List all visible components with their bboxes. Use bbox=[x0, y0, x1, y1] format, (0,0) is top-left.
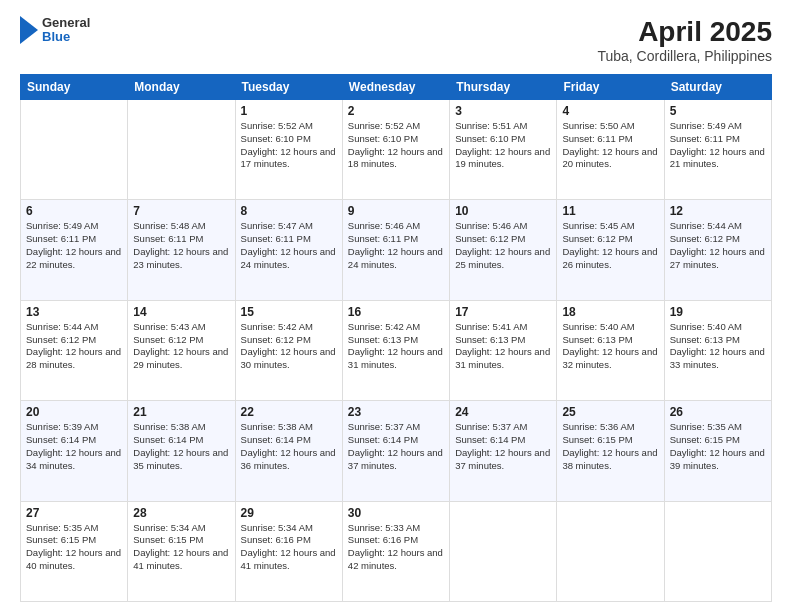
col-header-thursday: Thursday bbox=[450, 75, 557, 100]
day-number: 16 bbox=[348, 305, 444, 319]
header-row: SundayMondayTuesdayWednesdayThursdayFrid… bbox=[21, 75, 772, 100]
logo-icon bbox=[20, 16, 38, 44]
day-cell: 28Sunrise: 5:34 AMSunset: 6:15 PMDayligh… bbox=[128, 501, 235, 601]
cell-info: Sunrise: 5:45 AMSunset: 6:12 PMDaylight:… bbox=[562, 220, 658, 271]
week-row-1: 1Sunrise: 5:52 AMSunset: 6:10 PMDaylight… bbox=[21, 100, 772, 200]
day-cell: 15Sunrise: 5:42 AMSunset: 6:12 PMDayligh… bbox=[235, 300, 342, 400]
day-number: 10 bbox=[455, 204, 551, 218]
day-cell: 30Sunrise: 5:33 AMSunset: 6:16 PMDayligh… bbox=[342, 501, 449, 601]
cell-info: Sunrise: 5:46 AMSunset: 6:11 PMDaylight:… bbox=[348, 220, 444, 271]
day-number: 17 bbox=[455, 305, 551, 319]
cell-info: Sunrise: 5:47 AMSunset: 6:11 PMDaylight:… bbox=[241, 220, 337, 271]
day-number: 19 bbox=[670, 305, 766, 319]
cell-info: Sunrise: 5:44 AMSunset: 6:12 PMDaylight:… bbox=[26, 321, 122, 372]
day-cell: 17Sunrise: 5:41 AMSunset: 6:13 PMDayligh… bbox=[450, 300, 557, 400]
logo: General Blue bbox=[20, 16, 90, 45]
cell-info: Sunrise: 5:35 AMSunset: 6:15 PMDaylight:… bbox=[670, 421, 766, 472]
day-cell bbox=[21, 100, 128, 200]
calendar-table: SundayMondayTuesdayWednesdayThursdayFrid… bbox=[20, 74, 772, 602]
cell-info: Sunrise: 5:33 AMSunset: 6:16 PMDaylight:… bbox=[348, 522, 444, 573]
cell-info: Sunrise: 5:42 AMSunset: 6:12 PMDaylight:… bbox=[241, 321, 337, 372]
day-cell: 20Sunrise: 5:39 AMSunset: 6:14 PMDayligh… bbox=[21, 401, 128, 501]
day-number: 6 bbox=[26, 204, 122, 218]
day-number: 20 bbox=[26, 405, 122, 419]
col-header-tuesday: Tuesday bbox=[235, 75, 342, 100]
day-cell: 10Sunrise: 5:46 AMSunset: 6:12 PMDayligh… bbox=[450, 200, 557, 300]
day-number: 26 bbox=[670, 405, 766, 419]
day-cell: 29Sunrise: 5:34 AMSunset: 6:16 PMDayligh… bbox=[235, 501, 342, 601]
day-number: 25 bbox=[562, 405, 658, 419]
day-cell: 18Sunrise: 5:40 AMSunset: 6:13 PMDayligh… bbox=[557, 300, 664, 400]
cell-info: Sunrise: 5:40 AMSunset: 6:13 PMDaylight:… bbox=[562, 321, 658, 372]
day-cell: 14Sunrise: 5:43 AMSunset: 6:12 PMDayligh… bbox=[128, 300, 235, 400]
cell-info: Sunrise: 5:46 AMSunset: 6:12 PMDaylight:… bbox=[455, 220, 551, 271]
cell-info: Sunrise: 5:41 AMSunset: 6:13 PMDaylight:… bbox=[455, 321, 551, 372]
day-number: 15 bbox=[241, 305, 337, 319]
day-number: 12 bbox=[670, 204, 766, 218]
day-cell: 19Sunrise: 5:40 AMSunset: 6:13 PMDayligh… bbox=[664, 300, 771, 400]
page: General Blue April 2025 Tuba, Cordillera… bbox=[0, 0, 792, 612]
cell-info: Sunrise: 5:52 AMSunset: 6:10 PMDaylight:… bbox=[241, 120, 337, 171]
day-number: 11 bbox=[562, 204, 658, 218]
day-cell: 4Sunrise: 5:50 AMSunset: 6:11 PMDaylight… bbox=[557, 100, 664, 200]
day-cell bbox=[450, 501, 557, 601]
day-number: 27 bbox=[26, 506, 122, 520]
day-cell: 21Sunrise: 5:38 AMSunset: 6:14 PMDayligh… bbox=[128, 401, 235, 501]
day-cell: 16Sunrise: 5:42 AMSunset: 6:13 PMDayligh… bbox=[342, 300, 449, 400]
cell-info: Sunrise: 5:38 AMSunset: 6:14 PMDaylight:… bbox=[241, 421, 337, 472]
col-header-wednesday: Wednesday bbox=[342, 75, 449, 100]
day-cell: 5Sunrise: 5:49 AMSunset: 6:11 PMDaylight… bbox=[664, 100, 771, 200]
day-number: 4 bbox=[562, 104, 658, 118]
day-cell: 2Sunrise: 5:52 AMSunset: 6:10 PMDaylight… bbox=[342, 100, 449, 200]
week-row-4: 20Sunrise: 5:39 AMSunset: 6:14 PMDayligh… bbox=[21, 401, 772, 501]
day-cell: 6Sunrise: 5:49 AMSunset: 6:11 PMDaylight… bbox=[21, 200, 128, 300]
week-row-3: 13Sunrise: 5:44 AMSunset: 6:12 PMDayligh… bbox=[21, 300, 772, 400]
logo-text: General Blue bbox=[42, 16, 90, 45]
day-cell: 12Sunrise: 5:44 AMSunset: 6:12 PMDayligh… bbox=[664, 200, 771, 300]
cell-info: Sunrise: 5:52 AMSunset: 6:10 PMDaylight:… bbox=[348, 120, 444, 171]
calendar-subtitle: Tuba, Cordillera, Philippines bbox=[597, 48, 772, 64]
header: General Blue April 2025 Tuba, Cordillera… bbox=[20, 16, 772, 64]
day-number: 5 bbox=[670, 104, 766, 118]
calendar-body: 1Sunrise: 5:52 AMSunset: 6:10 PMDaylight… bbox=[21, 100, 772, 602]
col-header-friday: Friday bbox=[557, 75, 664, 100]
day-number: 28 bbox=[133, 506, 229, 520]
cell-info: Sunrise: 5:35 AMSunset: 6:15 PMDaylight:… bbox=[26, 522, 122, 573]
week-row-2: 6Sunrise: 5:49 AMSunset: 6:11 PMDaylight… bbox=[21, 200, 772, 300]
day-cell bbox=[664, 501, 771, 601]
cell-info: Sunrise: 5:42 AMSunset: 6:13 PMDaylight:… bbox=[348, 321, 444, 372]
day-number: 18 bbox=[562, 305, 658, 319]
day-number: 23 bbox=[348, 405, 444, 419]
cell-info: Sunrise: 5:51 AMSunset: 6:10 PMDaylight:… bbox=[455, 120, 551, 171]
day-number: 29 bbox=[241, 506, 337, 520]
cell-info: Sunrise: 5:49 AMSunset: 6:11 PMDaylight:… bbox=[670, 120, 766, 171]
cell-info: Sunrise: 5:38 AMSunset: 6:14 PMDaylight:… bbox=[133, 421, 229, 472]
cell-info: Sunrise: 5:40 AMSunset: 6:13 PMDaylight:… bbox=[670, 321, 766, 372]
day-cell: 11Sunrise: 5:45 AMSunset: 6:12 PMDayligh… bbox=[557, 200, 664, 300]
day-cell bbox=[128, 100, 235, 200]
day-cell: 3Sunrise: 5:51 AMSunset: 6:10 PMDaylight… bbox=[450, 100, 557, 200]
cell-info: Sunrise: 5:43 AMSunset: 6:12 PMDaylight:… bbox=[133, 321, 229, 372]
day-number: 14 bbox=[133, 305, 229, 319]
cell-info: Sunrise: 5:50 AMSunset: 6:11 PMDaylight:… bbox=[562, 120, 658, 171]
cell-info: Sunrise: 5:49 AMSunset: 6:11 PMDaylight:… bbox=[26, 220, 122, 271]
col-header-monday: Monday bbox=[128, 75, 235, 100]
week-row-5: 27Sunrise: 5:35 AMSunset: 6:15 PMDayligh… bbox=[21, 501, 772, 601]
day-cell: 7Sunrise: 5:48 AMSunset: 6:11 PMDaylight… bbox=[128, 200, 235, 300]
day-number: 3 bbox=[455, 104, 551, 118]
day-number: 8 bbox=[241, 204, 337, 218]
day-number: 1 bbox=[241, 104, 337, 118]
day-cell: 8Sunrise: 5:47 AMSunset: 6:11 PMDaylight… bbox=[235, 200, 342, 300]
cell-info: Sunrise: 5:36 AMSunset: 6:15 PMDaylight:… bbox=[562, 421, 658, 472]
title-block: April 2025 Tuba, Cordillera, Philippines bbox=[597, 16, 772, 64]
day-number: 7 bbox=[133, 204, 229, 218]
day-cell: 22Sunrise: 5:38 AMSunset: 6:14 PMDayligh… bbox=[235, 401, 342, 501]
calendar-title: April 2025 bbox=[597, 16, 772, 48]
cell-info: Sunrise: 5:44 AMSunset: 6:12 PMDaylight:… bbox=[670, 220, 766, 271]
logo-blue-text: Blue bbox=[42, 30, 90, 44]
day-number: 22 bbox=[241, 405, 337, 419]
cell-info: Sunrise: 5:37 AMSunset: 6:14 PMDaylight:… bbox=[455, 421, 551, 472]
cell-info: Sunrise: 5:48 AMSunset: 6:11 PMDaylight:… bbox=[133, 220, 229, 271]
day-cell: 26Sunrise: 5:35 AMSunset: 6:15 PMDayligh… bbox=[664, 401, 771, 501]
day-cell: 23Sunrise: 5:37 AMSunset: 6:14 PMDayligh… bbox=[342, 401, 449, 501]
